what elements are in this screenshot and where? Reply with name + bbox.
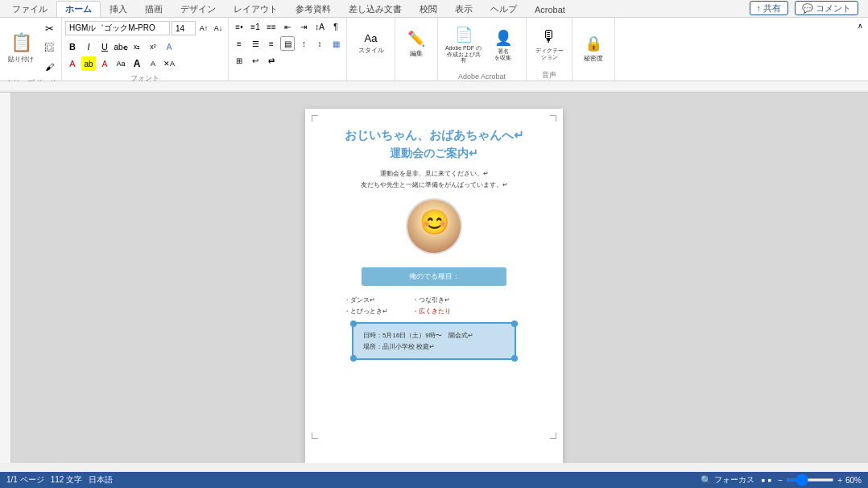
- paragraph-group-body: ≡• ≡1 ≡≡ ⇤ ⇥ ↕A ¶ ≡ ☰ ≡ ▤ ⫶ ↕ ▦: [232, 19, 343, 68]
- text-effects-button[interactable]: A: [162, 39, 176, 54]
- view-web-icon[interactable]: ▪: [767, 474, 771, 486]
- adobe-pdf-button[interactable]: 📄 Adobe PDF の作成および共有: [444, 25, 484, 65]
- share-button[interactable]: ↑ 共有: [750, 1, 789, 15]
- status-right: 🔍 フォーカス ▪ ▪ − + 60%: [701, 474, 862, 486]
- align-center-button[interactable]: ☰: [248, 36, 262, 51]
- edit-label: 編集: [410, 49, 423, 58]
- justify-button[interactable]: ▤: [280, 36, 295, 51]
- tab-help[interactable]: ヘルプ: [482, 1, 526, 17]
- sensitivity-button[interactable]: 🔒 秘密度: [576, 29, 611, 69]
- tab-layout[interactable]: レイアウト: [225, 1, 287, 17]
- status-bar: 1/1 ページ 112 文字 日本語 🔍 フォーカス ▪ ▪ − + 60%: [0, 472, 868, 488]
- grow-icon: A↑: [200, 24, 209, 32]
- copy-button[interactable]: ⿴: [40, 39, 58, 56]
- tab-mailings[interactable]: 差し込み文書: [340, 1, 411, 17]
- sign-label: 署名を収集: [494, 48, 511, 60]
- text-dir-button[interactable]: ↩: [248, 53, 262, 68]
- tab-view[interactable]: 表示: [446, 1, 482, 17]
- text-dir2-button[interactable]: ⇄: [264, 53, 279, 68]
- line-spacing-button[interactable]: ↕: [312, 36, 327, 51]
- align-left-button[interactable]: ≡: [232, 36, 246, 51]
- multi-list-button[interactable]: ≡≡: [264, 19, 279, 34]
- page-blue-button[interactable]: 俺のでる種目：: [362, 267, 506, 286]
- page-body2: 友だちや先生と一緒に準備をがんばっています。↵: [361, 180, 508, 190]
- tab-draw[interactable]: 描画: [136, 1, 172, 17]
- font-name-input[interactable]: [65, 21, 170, 35]
- clipboard-group-body: 📋 貼り付け ✂ ⿴ 🖌: [3, 19, 58, 76]
- border-row: ⊞ ↩ ⇄: [232, 53, 279, 68]
- bullets-button[interactable]: ≡•: [232, 19, 246, 34]
- focus-area: 🔍 フォーカス: [701, 474, 754, 486]
- edit-button[interactable]: ✏️ 編集: [399, 23, 434, 64]
- large-text-button[interactable]: A: [130, 56, 144, 71]
- bold-button[interactable]: B: [65, 39, 80, 54]
- page-list-left: ・ダンス↵ ・とびっとき↵: [344, 296, 388, 316]
- tab-references[interactable]: 参考資料: [287, 1, 340, 17]
- text-color-button[interactable]: A: [65, 56, 80, 71]
- photo-face-icon: 😊: [420, 208, 449, 236]
- case-button[interactable]: Aa: [114, 56, 128, 71]
- paste-button[interactable]: 📋 貼り付け: [3, 27, 39, 68]
- italic-button[interactable]: I: [81, 39, 96, 54]
- tab-acrobat[interactable]: Acrobat: [526, 1, 574, 17]
- format-painter-button[interactable]: 🖌: [40, 58, 58, 76]
- zoom-out-button[interactable]: −: [778, 476, 783, 485]
- page-list-item-2: ・つな引き↵: [412, 296, 451, 304]
- zoom-area: − + 60%: [778, 476, 862, 485]
- page-count: 1/1 ページ: [6, 474, 44, 486]
- ribbon-groups: 📋 貼り付け ✂ ⿴ 🖌 クリップボード A↑ A↓: [0, 18, 868, 81]
- sensitivity-group: 🔒 秘密度: [572, 18, 615, 81]
- indent-increase-button[interactable]: ⇥: [296, 19, 311, 34]
- tab-file[interactable]: ファイル: [3, 1, 56, 17]
- shading-button[interactable]: ▦: [329, 36, 343, 51]
- font-size-shrink-button[interactable]: A↓: [212, 19, 225, 37]
- font-name-row: A↑ A↓: [65, 19, 225, 37]
- superscript-button[interactable]: x²: [146, 39, 160, 54]
- clear-format-button[interactable]: ✕A: [162, 56, 176, 71]
- tab-design[interactable]: デザイン: [172, 1, 225, 17]
- comment-button[interactable]: 💬 コメント: [795, 1, 858, 15]
- show-marks-button[interactable]: ¶: [329, 19, 343, 34]
- border-button[interactable]: ⊞: [232, 53, 246, 68]
- sort-button[interactable]: ↕A: [312, 19, 327, 34]
- underline-button[interactable]: U: [97, 39, 112, 54]
- page-photo: 😊: [406, 198, 462, 254]
- focus-icon: 🔍: [701, 475, 712, 486]
- numbering-button[interactable]: ≡1: [248, 19, 262, 34]
- edit-group-body: ✏️ 編集: [399, 19, 434, 68]
- indent-decrease-button[interactable]: ⇤: [280, 19, 295, 34]
- align-right-button[interactable]: ≡: [264, 36, 279, 51]
- paste-icon: 📋: [10, 32, 32, 53]
- style-button[interactable]: Aa スタイル: [351, 23, 391, 64]
- font-color2-button[interactable]: A: [97, 56, 112, 71]
- info-line2: 場所：品川小学校 校庭↵: [363, 341, 505, 353]
- page-title1: おじいちゃん、おばあちゃんへ↵: [345, 128, 524, 143]
- small-text-button[interactable]: A: [146, 56, 160, 71]
- comment-label: コメント: [816, 2, 851, 14]
- column-button[interactable]: ⫶: [296, 36, 311, 51]
- acrobat-group-label: Adobe Acrobat: [441, 70, 523, 81]
- corner-mark-bl: [312, 432, 318, 439]
- font-group: A↑ A↓ B I U abc̶ x₂ x² A A ab A Aa: [62, 18, 229, 81]
- zoom-slider[interactable]: [786, 478, 834, 482]
- tab-insert[interactable]: 挿入: [101, 1, 136, 17]
- corner-mark-tr: [550, 115, 556, 122]
- tab-home[interactable]: ホーム: [56, 1, 101, 17]
- font-size-input[interactable]: [172, 21, 196, 35]
- ribbon-collapse-button[interactable]: ∧: [854, 19, 866, 32]
- ribbon-top-right-area: ↑ 共有 💬 コメント: [750, 1, 866, 17]
- font-group-body: A↑ A↓ B I U abc̶ x₂ x² A A ab A Aa: [65, 19, 225, 71]
- view-print-icon[interactable]: ▪: [761, 474, 765, 486]
- tab-review[interactable]: 校閲: [411, 1, 446, 17]
- zoom-in-button[interactable]: +: [837, 476, 842, 485]
- strikethrough-button[interactable]: abc̶: [114, 39, 128, 54]
- subscript-button[interactable]: x₂: [130, 39, 144, 54]
- dictation-button[interactable]: 🎙 ディクテーション: [530, 23, 568, 64]
- cut-button[interactable]: ✂: [40, 19, 58, 37]
- selection-handle-tl: [350, 321, 357, 327]
- page-info-box[interactable]: 日時：5月16日（土）9時〜 開会式↵ 場所：品川小学校 校庭↵: [353, 324, 515, 358]
- page-list-item-1: ・とびっとき↵: [344, 307, 388, 316]
- sign-collect-button[interactable]: 👤 署名を収集: [486, 25, 521, 65]
- highlight-button[interactable]: ab: [81, 56, 96, 71]
- font-size-grow-button[interactable]: A↑: [197, 19, 210, 37]
